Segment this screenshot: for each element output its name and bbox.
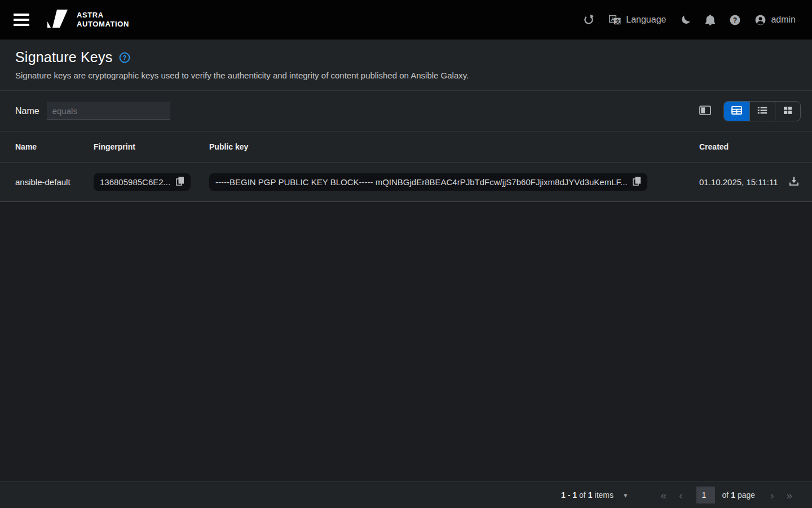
pagination-bar: 1 - 1 of 1 items ▾ « ‹ of 1 page › » [0,481,812,508]
column-header-public-key: Public key [209,142,699,151]
table-header-row: Name Fingerprint Public key Created [0,131,812,162]
per-page-menu-toggle[interactable]: ▾ [619,489,632,502]
page-nav-controls: « ‹ of 1 page › » [655,487,798,503]
svg-text:?: ? [123,54,127,61]
signature-key-name: ansible-default [15,177,94,187]
refresh-icon [583,14,594,25]
last-page-button[interactable]: » [780,490,798,501]
page-title: Signature Keys [15,49,112,65]
table-empty-area [0,202,812,481]
astra-logo-icon [47,10,71,30]
nav-toggle-hamburger-icon[interactable] [14,14,29,26]
hamburger-bar [14,19,29,21]
download-icon [789,176,799,188]
list-view-button[interactable] [749,102,775,121]
total-pages: 1 [731,491,735,500]
caret-down-icon: ▾ [624,491,628,500]
of-label: of [579,491,586,500]
items-total: 1 [588,491,593,500]
chevron-right-icon: › [770,489,774,501]
filter-toolbar: Name [0,90,812,131]
hamburger-bar [14,24,29,26]
card-view-button[interactable] [775,102,800,121]
next-page-button[interactable]: › [764,490,780,501]
notifications-button[interactable] [698,10,722,30]
page-label: page [738,491,755,500]
help-menu-button[interactable]: ? [722,10,748,30]
refresh-button[interactable] [576,10,602,30]
moon-icon [681,15,691,25]
download-key-button[interactable] [789,176,799,188]
public-key-chip: -----BEGIN PGP PUBLIC KEY BLOCK----- mQI… [209,173,647,191]
hamburger-bar [14,14,29,16]
brand-logo[interactable]: ASTRA AUTOMATION [47,10,129,30]
double-chevron-left-icon: « [661,489,667,501]
brand-logo-text: ASTRA AUTOMATION [77,11,129,28]
page-of-total: of 1 page [722,491,755,500]
page-header: Signature Keys ? Signature keys are cryp… [0,40,812,90]
copy-public-key-button[interactable] [633,177,641,187]
svg-text:?: ? [733,16,737,24]
masthead: ASTRA AUTOMATION A 文 Languag [0,0,812,40]
masthead-actions: A 文 Language [576,10,803,30]
language-icon: A 文 [609,15,621,25]
previous-page-button[interactable]: ‹ [673,490,689,501]
language-menu-button[interactable]: A 文 Language [602,10,673,29]
first-page-button[interactable]: « [655,490,673,501]
of-label: of [722,491,729,500]
split-columns-icon [699,106,711,117]
toggle-sidebar-columns-button[interactable] [699,106,711,117]
table-view-icon [731,106,742,116]
created-timestamp: 01.10.2025, 15:11:11 [699,177,776,187]
user-avatar-icon [755,15,766,25]
name-filter-input[interactable] [47,102,170,120]
table-view-button[interactable] [724,102,749,121]
bell-icon [705,15,715,25]
column-header-name: Name [15,142,94,151]
copy-fingerprint-button[interactable] [176,177,184,187]
view-toggle-group [723,101,801,121]
copy-icon [633,177,641,187]
column-header-created: Created [699,142,776,151]
table-row: ansible-default 136805985C6E2... -----BE… [0,162,812,202]
double-chevron-right-icon: » [786,489,792,501]
list-view-icon [757,106,767,116]
chevron-left-icon: ‹ [679,489,682,501]
copy-icon [176,177,184,187]
user-menu-button[interactable]: admin [748,10,803,30]
items-summary: 1 - 1 of 1 items [561,491,614,500]
current-page-input[interactable] [696,487,715,503]
card-grid-icon [783,106,792,116]
help-icon: ? [730,15,740,25]
fingerprint-value: 136805985C6E2... [100,177,170,187]
page-description: Signature keys are cryptographic keys us… [15,71,797,80]
language-label: Language [626,15,666,25]
filter-field-label: Name [15,106,39,116]
items-label: items [595,491,614,500]
dark-mode-toggle[interactable] [673,10,698,30]
items-range: 1 - 1 [561,491,577,500]
svg-text:文: 文 [615,19,620,24]
column-header-fingerprint: Fingerprint [94,142,209,151]
user-label: admin [771,15,796,25]
fingerprint-chip: 136805985C6E2... [94,173,191,191]
public-key-value: -----BEGIN PGP PUBLIC KEY BLOCK----- mQI… [215,177,627,187]
page-help-icon[interactable]: ? [119,52,130,63]
